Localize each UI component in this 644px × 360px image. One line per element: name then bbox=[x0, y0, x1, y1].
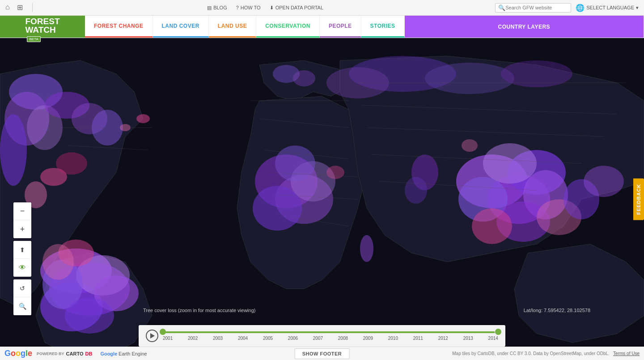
search-icon: 🔍 bbox=[498, 4, 505, 11]
chevron-down-icon: ▾ bbox=[636, 5, 639, 11]
year-label-2009: 2009 bbox=[363, 336, 373, 341]
map-controls: − + ⬆ 👁 ↺ 🔍 bbox=[13, 202, 31, 315]
year-label-2013: 2013 bbox=[463, 336, 473, 341]
reset-button[interactable]: ↺ bbox=[13, 279, 31, 297]
map-container[interactable]: − + ⬆ 👁 ↺ 🔍 Tree cover loss (zoom in for… bbox=[0, 38, 644, 360]
show-footer-button[interactable]: SHOW FOOTER bbox=[295, 348, 350, 359]
nav-item-stories[interactable]: STORIES bbox=[361, 16, 405, 38]
svg-point-48 bbox=[462, 139, 478, 152]
logo[interactable]: GLOBAL FOREST WATCH BETA bbox=[0, 16, 85, 38]
open-data-link[interactable]: ⬇ OPEN DATA PORTAL bbox=[270, 5, 323, 11]
svg-point-41 bbox=[293, 70, 315, 86]
year-label-2003: 2003 bbox=[213, 336, 223, 341]
nav-item-people[interactable]: PEOPLE bbox=[320, 16, 361, 38]
svg-point-3 bbox=[0, 114, 27, 186]
year-label-2005: 2005 bbox=[263, 336, 273, 341]
terms-link[interactable]: Terms of Use bbox=[613, 351, 640, 356]
earth-engine-logo: Google Earth Engine bbox=[92, 351, 147, 356]
blog-link[interactable]: ▤ BLOG bbox=[207, 5, 227, 11]
year-label-2014: 2014 bbox=[488, 336, 498, 341]
question-icon: ? bbox=[236, 5, 239, 10]
timeline-slider[interactable]: 2001200220032004200520062007200820092010… bbox=[163, 331, 498, 341]
svg-point-28 bbox=[483, 143, 537, 184]
search-input[interactable] bbox=[505, 5, 568, 10]
year-label-2011: 2011 bbox=[413, 336, 423, 341]
slider-fill bbox=[163, 331, 495, 333]
grid-icon[interactable]: ⊞ bbox=[17, 3, 26, 12]
nav-item-conservation[interactable]: CONSERVATION bbox=[256, 16, 320, 38]
year-label-2006: 2006 bbox=[288, 336, 298, 341]
year-label-2001: 2001 bbox=[163, 336, 173, 341]
share-button[interactable]: ⬆ bbox=[13, 241, 31, 259]
coords-label: Lat/long: 7.595422, 28.102578 bbox=[524, 308, 590, 313]
search-map-button[interactable]: 🔍 bbox=[13, 297, 31, 315]
play-icon bbox=[150, 333, 155, 339]
svg-point-32 bbox=[472, 208, 512, 244]
topbar: ⌂ ⊞ ▤ BLOG ? HOW TO ⬇ OPEN DATA PORTAL 🔍… bbox=[0, 0, 644, 16]
layers-button[interactable]: 👁 bbox=[13, 259, 31, 277]
zoom-in-button[interactable]: + bbox=[13, 220, 31, 238]
year-label-2002: 2002 bbox=[188, 336, 198, 341]
svg-point-37 bbox=[425, 63, 514, 94]
map-attribution: Map tiles by CartoDB, under CC BY 3.0. D… bbox=[448, 351, 644, 356]
year-label-2007: 2007 bbox=[313, 336, 323, 341]
navbar: GLOBAL FOREST WATCH BETA FOREST CHANGE L… bbox=[0, 16, 644, 38]
home-icon[interactable]: ⌂ bbox=[5, 3, 14, 12]
blog-icon: ▤ bbox=[207, 5, 212, 11]
nav-item-land-use[interactable]: LAND USE bbox=[209, 16, 256, 38]
year-label-2010: 2010 bbox=[388, 336, 398, 341]
year-label-2008: 2008 bbox=[338, 336, 348, 341]
year-labels: 2001200220032004200520062007200820092010… bbox=[163, 336, 498, 341]
topbar-divider bbox=[32, 3, 33, 12]
search-box: 🔍 bbox=[495, 3, 571, 13]
play-button[interactable] bbox=[146, 330, 158, 342]
lang-flag-icon: 🌐 bbox=[576, 4, 585, 12]
svg-point-19 bbox=[42, 244, 74, 280]
tree-cover-label: Tree cover loss (zoom in for most accura… bbox=[143, 308, 255, 313]
download-icon: ⬇ bbox=[270, 5, 274, 11]
year-label-2004: 2004 bbox=[238, 336, 248, 341]
svg-point-45 bbox=[136, 114, 150, 123]
nav-item-forest-change[interactable]: FOREST CHANGE bbox=[85, 16, 153, 38]
slider-handle-right[interactable] bbox=[495, 329, 501, 335]
nav-item-land-cover[interactable]: LAND COVER bbox=[153, 16, 209, 38]
cartodb-logo: POWERED BY CARTODB bbox=[37, 351, 92, 356]
howto-link[interactable]: ? HOW TO bbox=[236, 5, 261, 10]
svg-point-38 bbox=[501, 60, 572, 87]
zoom-out-button[interactable]: − bbox=[13, 202, 31, 220]
svg-point-47 bbox=[326, 166, 344, 179]
nav-items: FOREST CHANGE LAND COVER LAND USE CONSER… bbox=[85, 16, 644, 38]
slider-handle-left[interactable] bbox=[160, 329, 166, 335]
bottombar: Google POWERED BY CARTODB Google Earth E… bbox=[0, 347, 644, 360]
svg-point-17 bbox=[65, 298, 114, 334]
language-selector[interactable]: 🌐 SELECT LANGUAGE ▾ bbox=[576, 4, 639, 12]
timeline: 2001200220032004200520062007200820092010… bbox=[139, 325, 505, 347]
svg-point-44 bbox=[360, 235, 373, 262]
svg-point-24 bbox=[275, 146, 315, 181]
feedback-tab[interactable]: FEEDBACK bbox=[633, 178, 644, 220]
svg-point-43 bbox=[405, 177, 427, 204]
google-logo: Google bbox=[0, 349, 37, 358]
svg-point-10 bbox=[56, 152, 87, 175]
nav-item-country-layers[interactable]: COUNTRY LAYERS bbox=[405, 16, 644, 38]
svg-point-35 bbox=[584, 166, 624, 197]
year-label-2012: 2012 bbox=[438, 336, 448, 341]
